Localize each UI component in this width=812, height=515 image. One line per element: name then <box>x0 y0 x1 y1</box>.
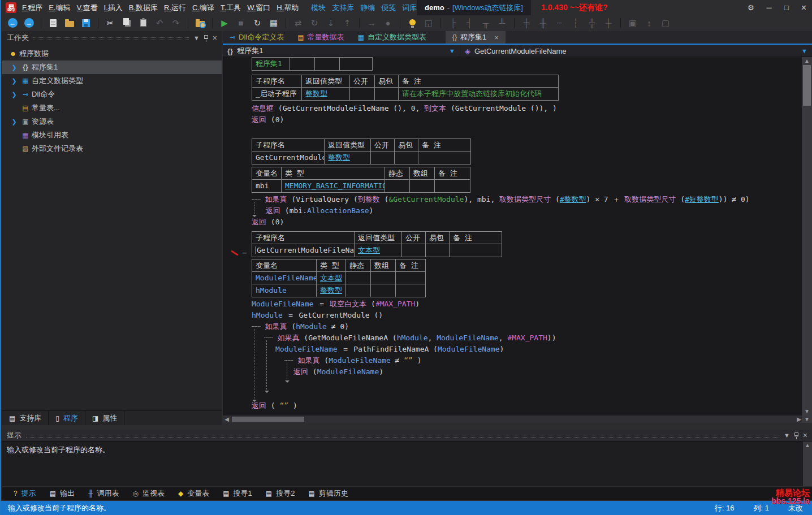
table-cell[interactable]: 程序集1 <box>252 58 290 70</box>
tab-Dll命令定义表[interactable]: ⊸Dll命令定义表 <box>223 31 291 44</box>
table-cell[interactable] <box>396 272 425 284</box>
code-line[interactable]: 返回 (0) <box>252 217 803 228</box>
toolbar-compile-install-icon[interactable]: ▦ <box>268 18 279 29</box>
table-cell[interactable]: 类 型 <box>282 167 385 179</box>
panel-pin-icon[interactable] <box>794 432 798 436</box>
tab-close-icon[interactable]: × <box>494 33 499 42</box>
table-cell[interactable]: 静态 <box>385 167 410 179</box>
scroll-left-icon[interactable]: ◀ <box>223 416 231 423</box>
code-line[interactable] <box>252 389 803 400</box>
bottom-tab-监视表[interactable]: ◎监视表 <box>127 487 170 500</box>
code-line[interactable]: ┄┄ 如果真 (ModuleFileName ≠ “” ) <box>252 355 803 366</box>
toolbar-same-height-icon[interactable]: ↕ <box>643 18 655 29</box>
scroll-up-icon[interactable]: ▲ <box>802 57 812 65</box>
code-line[interactable]: 返回 (ModuleFileName) <box>252 366 803 378</box>
toolbar-align-right-icon[interactable]: ╡ <box>464 18 475 29</box>
toolbar-equal-horizontal-icon[interactable]: ╬ <box>586 18 598 29</box>
code-editor[interactable]: − 程序集1子程序名返回值类型公开易包备 注_启动子程序整数型请在本子程序中放置… <box>223 57 803 416</box>
table-cell[interactable]: 备 注 <box>396 259 425 271</box>
table-cell[interactable]: 子程序名 <box>252 139 325 151</box>
code-line[interactable]: ┄┄ 如果真 (GetModuleFileNameA (hModule, Mod… <box>252 332 803 344</box>
table-cell[interactable]: 易包 <box>426 232 450 244</box>
toolbar-align-bottom-icon[interactable]: ╨ <box>496 18 508 29</box>
bottom-tab-搜寻2[interactable]: ▤搜寻2 <box>260 487 301 500</box>
editor-vertical-scrollbar[interactable]: ▲ ▼ <box>802 57 812 416</box>
table-cell[interactable]: 公开 <box>350 75 375 87</box>
panel-pin-icon[interactable] <box>204 35 208 39</box>
table-cell[interactable]: 整数型 <box>317 284 346 297</box>
toolbar-goto-icon[interactable]: → <box>366 18 377 29</box>
code-line[interactable] <box>252 378 803 389</box>
table-cell[interactable] <box>395 152 418 164</box>
toolbar-move-up-icon[interactable]: ⇡ <box>342 18 353 29</box>
sidebar-item-模块引用表[interactable]: ▦模块引用表 <box>2 128 222 142</box>
table-cell[interactable] <box>371 272 396 284</box>
table-cell[interactable]: 整数型 <box>325 152 371 164</box>
toolbar-fit-window-icon[interactable]: ▢ <box>660 18 671 29</box>
table-cell[interactable] <box>340 58 372 70</box>
table-cell[interactable] <box>371 284 396 297</box>
table-cell[interactable] <box>410 180 435 192</box>
sidebar-item-程序集1[interactable]: ❯{}程序集1 <box>2 60 222 74</box>
bottom-tab-搜寻1[interactable]: ▤搜寻1 <box>217 487 258 500</box>
toolbar-save-icon[interactable] <box>80 18 92 29</box>
toolbar-align-left-icon[interactable]: ╞ <box>447 18 459 29</box>
toolbar-space-horizontal-icon[interactable]: ┄ <box>554 18 565 29</box>
table-cell[interactable]: 文本型 <box>317 272 346 284</box>
menu-V.查看[interactable]: V.查看 <box>76 3 97 13</box>
table-cell[interactable]: 数组 <box>410 167 435 179</box>
sidebar-tab-属性[interactable]: ◨属性 <box>85 411 124 425</box>
table-cell[interactable]: 子程序名 <box>252 75 302 87</box>
toolbar-cut-icon[interactable]: ✂ <box>105 18 116 29</box>
fold-collapse-icon[interactable]: − <box>242 248 247 257</box>
table-cell[interactable]: 备 注 <box>418 139 470 151</box>
tab-自定义数据类型表[interactable]: ▦自定义数据类型表 <box>351 31 433 44</box>
minimize-button[interactable]: ─ <box>767 3 772 12</box>
table-cell[interactable] <box>371 152 395 164</box>
table-cell[interactable] <box>435 180 470 192</box>
close-button[interactable]: × <box>801 3 806 13</box>
bottom-tab-输出[interactable]: ▤输出 <box>44 487 80 500</box>
table-cell[interactable]: 返回值类型 <box>355 232 402 244</box>
code-line[interactable]: ModuleFileName ＝ PathFindFileNameA (Modu… <box>252 344 803 355</box>
table-cell[interactable]: GetCurrentModuleFileName <box>252 244 355 257</box>
vertical-scroll-thumb[interactable] <box>803 65 811 106</box>
panel-close-icon[interactable]: × <box>803 431 807 440</box>
toolbar-tip-icon[interactable] <box>407 18 418 29</box>
menu-E.编辑[interactable]: E.编辑 <box>49 3 70 13</box>
bottom-tab-提示[interactable]: ?提示 <box>8 487 42 500</box>
toolbar-undo-icon[interactable]: ↶ <box>154 18 165 29</box>
code-line[interactable]: 返回 (0) <box>252 114 803 125</box>
toolbar-breakpoint-icon[interactable]: ● <box>382 18 394 29</box>
table-cell[interactable]: 子程序名 <box>252 232 355 244</box>
menu-R.运行[interactable]: R.运行 <box>164 3 186 13</box>
code-line[interactable]: ModuleFileName ＝ 取空白文本 (#MAX_PATH) <box>252 298 803 310</box>
menu-link-静编[interactable]: 静编 <box>360 3 375 13</box>
menu-T.工具[interactable]: T.工具 <box>221 3 241 13</box>
tip-scrollbar[interactable]: ▲ <box>803 442 812 486</box>
toolbar-move-down-icon[interactable]: ⇣ <box>325 18 336 29</box>
settings-gear-icon[interactable]: ⚙ <box>748 3 754 12</box>
menu-I.插入[interactable]: I.插入 <box>104 3 123 13</box>
toolbar-new-file-icon[interactable] <box>47 18 59 29</box>
sidebar-item-外部文件记录表[interactable]: ▨外部文件记录表 <box>2 142 222 155</box>
table-cell[interactable] <box>396 284 425 297</box>
sidebar-tab-支持库[interactable]: ▤支持库 <box>2 411 49 425</box>
menu-link-便笺[interactable]: 便笺 <box>381 3 396 13</box>
panel-dropdown-icon[interactable]: ▼ <box>784 432 790 439</box>
toolbar-same-size-icon[interactable]: ▣ <box>627 18 638 29</box>
tab-程序集1[interactable]: {}程序集1× <box>446 31 506 44</box>
code-line[interactable]: hModule ＝ GetCurrentModule () <box>252 310 803 321</box>
assembly-combo[interactable]: {} 程序集1 ▼ <box>223 45 460 57</box>
menu-link-支持库[interactable]: 支持库 <box>332 3 354 13</box>
toolbar-center-horizontal-icon[interactable]: ╫ <box>537 18 548 29</box>
table-cell[interactable] <box>375 88 399 100</box>
panel-close-icon[interactable]: × <box>213 33 217 42</box>
toolbar-form-editor-icon[interactable]: ◱ <box>423 18 434 29</box>
table-cell[interactable]: 变量名 <box>252 259 317 271</box>
horizontal-scroll-thumb[interactable] <box>232 417 304 422</box>
table-cell[interactable] <box>315 58 340 70</box>
table-cell[interactable]: 数组 <box>371 259 396 271</box>
table-cell[interactable]: 公开 <box>371 139 395 151</box>
table-cell[interactable]: 公开 <box>402 232 426 244</box>
